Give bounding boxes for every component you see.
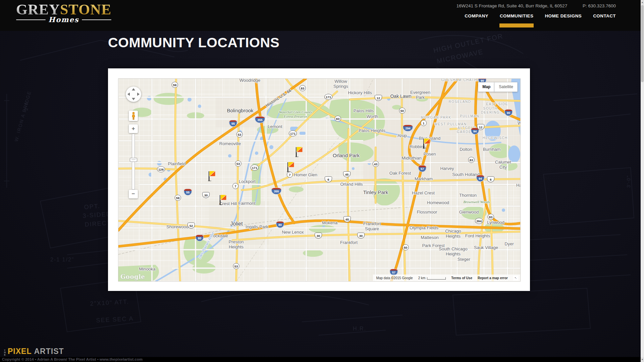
terms-of-use-link[interactable]: Terms of Use: [451, 276, 472, 280]
scale-label: 2 km: [418, 276, 426, 280]
pan-up-icon[interactable]: [132, 88, 135, 90]
pan-down-icon[interactable]: [132, 98, 135, 100]
nav-contact[interactable]: CONTACT: [593, 13, 616, 18]
flag-icon: [218, 194, 227, 205]
logo-gold: STONE: [60, 1, 111, 18]
community-flag-marker[interactable]: [422, 138, 431, 149]
page-title: COMMUNITY LOCATIONS: [108, 35, 279, 51]
flag-icon: [286, 161, 295, 173]
nav-company[interactable]: COMPANY: [465, 13, 488, 18]
blueprint-scribble: H.R.: [353, 326, 366, 332]
google-logo[interactable]: Google: [120, 273, 145, 280]
flag-icon: [422, 138, 431, 149]
flag-icon: [294, 146, 303, 158]
community-flag-marker[interactable]: [207, 170, 216, 182]
blueprint-scribble: SEE SEC A: [96, 315, 134, 324]
resize-corner-icon[interactable]: ↖: [513, 276, 518, 281]
blueprint-scribble: DIRECT: [85, 219, 111, 228]
logo-artist: ARTIST: [34, 347, 64, 356]
blueprint-scribble: 2-1 1/2": [50, 257, 74, 263]
blueprint-scribble: OPT.: [84, 203, 100, 211]
map-card: WoodridgeWillow SpringsHickory HillsOak …: [108, 68, 530, 291]
blueprint-scribble: 3'-0": [626, 175, 631, 188]
logo-pixel: PIXEL: [8, 347, 32, 356]
report-map-error-link[interactable]: Report a map error: [478, 276, 508, 280]
logo-rule-right-icon: [82, 19, 111, 20]
community-flag-marker[interactable]: [294, 146, 303, 158]
map-markers: [118, 79, 520, 281]
logo-the: THE: [4, 350, 7, 356]
map-attribution-bar: Map data ©2015 Google 2 km Terms of Use …: [373, 275, 520, 281]
blueprint-scribble: W. IRON A BRIDGE: [13, 90, 32, 142]
pegman-icon: [131, 112, 136, 120]
copyright-bar: Copyright © 2014 • Adrian A Brown/ The P…: [0, 357, 644, 362]
page-scrollbar[interactable]: ▲ ▼: [641, 0, 644, 362]
blueprint-scribble: 2-6: [23, 102, 29, 111]
logo-rule-left-icon: [16, 19, 46, 20]
contact-line: 16W241 S Frontage Rd, Suite 40, Burr Rid…: [453, 3, 616, 8]
zoom-in-button[interactable]: +: [129, 124, 138, 133]
scale-bar-icon: [427, 277, 446, 280]
community-flag-marker[interactable]: [218, 194, 227, 205]
flag-icon: [207, 170, 216, 182]
zoom-slider-handle[interactable]: [130, 158, 137, 162]
pan-right-icon[interactable]: [137, 93, 140, 96]
main-nav: COMPANYCOMMUNITIESHOME DESIGNSCONTACT: [453, 13, 616, 18]
blueprint-scribble: MICROWAVE: [436, 48, 484, 65]
nav-communities[interactable]: COMMUNITIES: [500, 13, 533, 18]
blueprint-scribble: 2"X10" ATT.: [90, 298, 129, 307]
scrollbar-thumb[interactable]: [641, 5, 644, 82]
map-data-text: Map data ©2015 Google: [376, 276, 413, 280]
logo-wordmark: GREYSTONE: [13, 2, 114, 17]
scrollbar-up-icon[interactable]: ▲: [641, 0, 644, 5]
map-pan-control[interactable]: [126, 86, 141, 102]
logo-grey: GREY: [16, 1, 60, 18]
zoom-out-button[interactable]: −: [129, 190, 138, 198]
map-type-satellite-button[interactable]: Satellite: [494, 82, 518, 92]
pixel-artist-logo[interactable]: THE PIXEL ARTIST: [4, 347, 644, 356]
header-right: 16W241 S Frontage Rd, Suite 40, Burr Rid…: [453, 3, 616, 18]
community-flag-marker[interactable]: [286, 161, 295, 173]
greystone-logo[interactable]: GREYSTONE Homes: [13, 2, 114, 24]
header: GREYSTONE Homes 16W241 S Frontage Rd, Su…: [0, 0, 644, 31]
address-text: 16W241 S Frontage Rd, Suite 40, Burr Rid…: [457, 3, 567, 8]
blueprint-scribble: HIGH OUTLET FOR: [433, 32, 504, 55]
map-type-map-button[interactable]: Map: [478, 82, 495, 92]
map-type-control: Map Satellite: [478, 82, 518, 92]
blueprint-scribble: 3-SIDED: [83, 210, 111, 220]
phone-text: P: 630.323.7600: [583, 3, 616, 8]
pan-left-icon[interactable]: [127, 93, 130, 96]
footer: THE PIXEL ARTIST Copyright © 2014 • Adri…: [0, 347, 644, 362]
google-map[interactable]: WoodridgeWillow SpringsHickory HillsOak …: [118, 78, 521, 282]
map-scale: 2 km: [418, 276, 446, 280]
scrollbar-down-icon[interactable]: ▼: [641, 357, 644, 362]
street-view-pegman-button[interactable]: [129, 111, 138, 121]
nav-home-designs[interactable]: HOME DESIGNS: [545, 13, 582, 18]
